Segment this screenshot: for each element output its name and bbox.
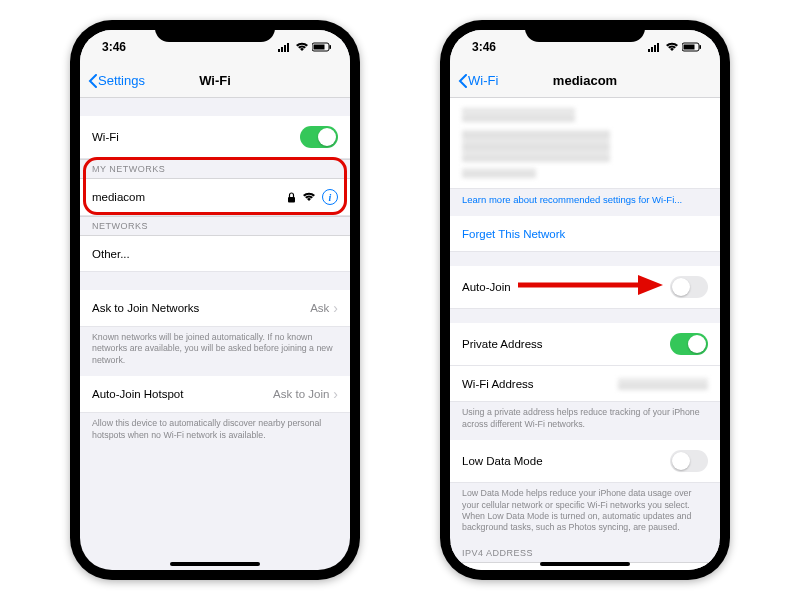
content-left: Wi-Fi MY NETWORKS mediacom i NETWORKS Ot…	[80, 98, 350, 570]
svg-rect-9	[651, 47, 653, 52]
wifi-icon	[302, 192, 316, 202]
wifi-address-label: Wi-Fi Address	[462, 378, 534, 390]
svg-rect-14	[700, 45, 702, 49]
cellular-icon	[648, 42, 662, 52]
private-address-note: Using a private address helps reduce tra…	[450, 402, 720, 440]
svg-rect-1	[281, 47, 283, 52]
nav-bar: Wi-Fi mediacom	[450, 64, 720, 98]
nav-title: mediacom	[553, 73, 617, 88]
nav-bar: Settings Wi-Fi	[80, 64, 350, 98]
status-time: 3:46	[102, 40, 126, 54]
wifi-address-row: Wi-Fi Address	[450, 366, 720, 402]
battery-icon	[682, 42, 702, 52]
auto-join-hotspot-note: Allow this device to automatically disco…	[80, 413, 350, 451]
my-networks-header: MY NETWORKS	[80, 159, 350, 179]
svg-rect-8	[648, 49, 650, 52]
svg-rect-10	[654, 45, 656, 52]
redacted-info-block	[462, 168, 536, 178]
screen-left: 3:46 Settings Wi-Fi Wi-Fi MY NETWORKS	[80, 30, 350, 570]
low-data-mode-note: Low Data Mode helps reduce your iPhone d…	[450, 483, 720, 544]
home-indicator	[540, 562, 630, 566]
redacted-wifi-address	[618, 378, 708, 390]
iphone-right: 3:46 Wi-Fi mediacom Learn more about rec…	[440, 20, 730, 580]
svg-rect-2	[284, 45, 286, 52]
chevron-right-icon: ›	[333, 386, 338, 402]
svg-rect-11	[657, 43, 659, 52]
learn-more-link[interactable]: Learn more about recommended settings fo…	[450, 189, 720, 216]
low-data-mode-toggle[interactable]	[670, 450, 708, 472]
low-data-mode-label: Low Data Mode	[462, 455, 543, 467]
chevron-right-icon: ›	[333, 300, 338, 316]
wifi-icon	[295, 42, 309, 52]
ask-to-join-note: Known networks will be joined automatica…	[80, 327, 350, 376]
wifi-toggle[interactable]	[300, 126, 338, 148]
forget-network-label: Forget This Network	[462, 228, 565, 240]
nav-title: Wi-Fi	[199, 73, 231, 88]
chevron-left-icon	[458, 74, 468, 88]
auto-join-label: Auto-Join	[462, 281, 511, 293]
status-icons	[278, 42, 332, 52]
iphone-left: 3:46 Settings Wi-Fi Wi-Fi MY NETWORKS	[70, 20, 360, 580]
lock-icon	[287, 192, 296, 203]
low-data-mode-row[interactable]: Low Data Mode	[450, 440, 720, 483]
status-time: 3:46	[472, 40, 496, 54]
network-row-mediacom[interactable]: mediacom i	[80, 179, 350, 216]
ask-to-join-row[interactable]: Ask to Join Networks Ask ›	[80, 290, 350, 327]
svg-rect-5	[314, 45, 325, 50]
home-indicator	[170, 562, 260, 566]
ask-to-join-value: Ask ›	[310, 300, 338, 316]
redacted-info-block	[462, 108, 575, 122]
back-button[interactable]: Wi-Fi	[458, 73, 498, 88]
network-row-icons: i	[287, 189, 338, 205]
annotation-arrow	[518, 273, 663, 297]
ask-to-join-label: Ask to Join Networks	[92, 302, 199, 314]
battery-icon	[312, 42, 332, 52]
other-network-row[interactable]: Other...	[80, 236, 350, 272]
screen-right: 3:46 Wi-Fi mediacom Learn more about rec…	[450, 30, 720, 570]
back-label: Wi-Fi	[468, 73, 498, 88]
svg-marker-16	[638, 275, 663, 295]
networks-header: NETWORKS	[80, 216, 350, 236]
svg-rect-7	[288, 197, 295, 203]
private-address-toggle[interactable]	[670, 333, 708, 355]
network-name: mediacom	[92, 191, 145, 203]
notch	[525, 20, 645, 42]
other-label: Other...	[92, 248, 130, 260]
auto-join-hotspot-label: Auto-Join Hotspot	[92, 388, 183, 400]
wifi-master-row[interactable]: Wi-Fi	[80, 116, 350, 159]
auto-join-toggle[interactable]	[670, 276, 708, 298]
redacted-info-block	[462, 130, 610, 162]
cellular-icon	[278, 42, 292, 52]
svg-rect-13	[684, 45, 695, 50]
private-address-label: Private Address	[462, 338, 543, 350]
svg-rect-3	[287, 43, 289, 52]
content-right: Learn more about recommended settings fo…	[450, 98, 720, 570]
svg-rect-0	[278, 49, 280, 52]
chevron-left-icon	[88, 74, 98, 88]
wifi-icon	[665, 42, 679, 52]
auto-join-hotspot-row[interactable]: Auto-Join Hotspot Ask to Join ›	[80, 376, 350, 413]
back-label: Settings	[98, 73, 145, 88]
svg-rect-6	[330, 45, 332, 49]
status-icons	[648, 42, 702, 52]
back-button[interactable]: Settings	[88, 73, 145, 88]
ipv4-header: IPV4 ADDRESS	[450, 544, 720, 563]
forget-network-row[interactable]: Forget This Network	[450, 216, 720, 252]
notch	[155, 20, 275, 42]
wifi-label: Wi-Fi	[92, 131, 119, 143]
private-address-row[interactable]: Private Address	[450, 323, 720, 366]
auto-join-row[interactable]: Auto-Join	[450, 266, 720, 309]
auto-join-hotspot-value: Ask to Join ›	[273, 386, 338, 402]
info-icon[interactable]: i	[322, 189, 338, 205]
